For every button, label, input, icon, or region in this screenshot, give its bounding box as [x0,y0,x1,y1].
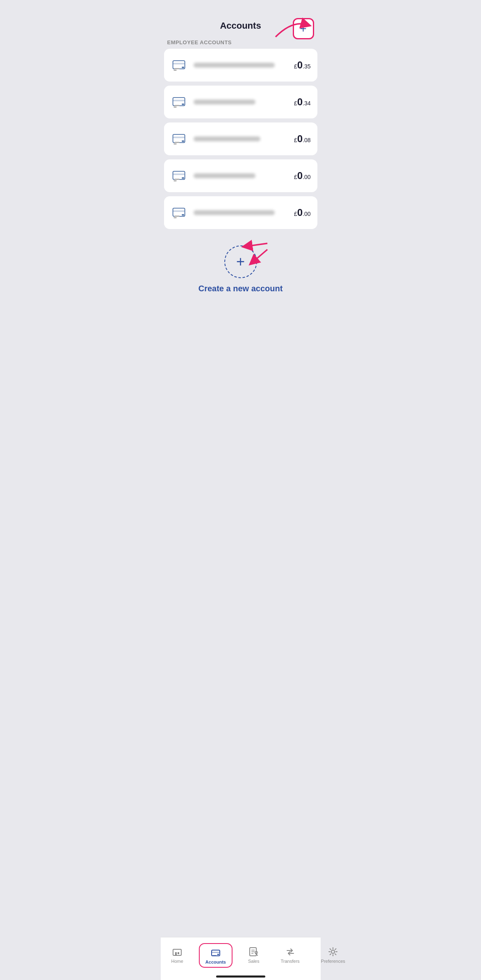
svg-rect-3 [182,67,184,68]
nav-item-preferences-inner: Preferences [315,943,321,966]
svg-rect-5 [173,70,176,71]
svg-rect-8 [182,104,184,105]
transfers-icon [285,946,296,957]
home-indicator [216,975,265,978]
nav-item-transfers[interactable]: Transfers [270,941,310,970]
account-balance-4: £0.00 [294,170,311,181]
account-info-3 [194,136,289,141]
bottom-nav: Home Accounts Sales [161,937,321,980]
header: Accounts + [161,0,321,34]
account-balance-1: £0.35 [294,59,311,71]
wallet-icon-2 [171,93,189,111]
svg-rect-12 [173,137,185,138]
nav-label-transfers: Transfers [281,959,300,964]
account-info-4 [194,173,289,178]
account-balance-5: £0.00 [294,207,311,218]
svg-rect-30 [178,952,179,954]
account-card-5[interactable]: £0.00 [164,196,317,229]
svg-rect-10 [173,107,176,108]
svg-rect-32 [212,952,220,953]
nav-item-sales[interactable]: Sales [237,941,270,970]
wallet-icon-4 [171,167,189,185]
svg-rect-13 [182,141,184,142]
svg-rect-14 [174,142,180,143]
account-balance-3: £0.08 [294,133,311,145]
account-name-blurred-3 [194,136,260,141]
nav-item-home[interactable]: Home [161,941,194,970]
account-name-blurred-5 [194,210,275,215]
svg-rect-25 [173,217,176,218]
nav-item-preferences[interactable]: Preferences [310,941,321,970]
svg-rect-29 [175,952,177,955]
svg-rect-9 [174,105,180,106]
account-info-2 [194,100,289,104]
home-icon [172,946,182,957]
svg-rect-34 [212,955,216,956]
account-info-1 [194,63,289,68]
svg-rect-20 [173,180,176,181]
arrow-annotation-circle [200,229,282,266]
nav-item-accounts[interactable]: Accounts [194,941,237,970]
nav-item-accounts-inner: Accounts [199,943,233,968]
account-card-2[interactable]: £0.34 [164,86,317,118]
svg-rect-2 [173,63,185,65]
nav-label-accounts: Accounts [205,960,226,964]
account-name-blurred-4 [194,173,256,178]
accounts-list: £0.35 £0.34 [161,49,321,229]
account-info-5 [194,210,289,215]
account-name-blurred-1 [194,63,275,68]
svg-rect-18 [182,177,184,179]
create-account-area: + Create a new account [161,229,321,302]
svg-rect-4 [174,68,180,69]
account-card-3[interactable]: £0.08 [164,122,317,155]
account-card-1[interactable]: £0.35 [164,49,317,82]
svg-rect-28 [173,949,181,955]
nav-item-sales-inner: Sales [242,943,265,966]
nav-item-transfers-inner: Transfers [275,943,305,966]
wallet-icon-3 [171,130,189,148]
svg-rect-7 [173,100,185,102]
account-name-blurred-2 [194,100,256,104]
sales-icon [248,946,259,957]
svg-rect-33 [217,954,219,955]
svg-rect-15 [173,143,176,145]
svg-rect-19 [174,179,180,180]
arrow-annotation-top [267,8,321,41]
balance-prefix-1: £ [294,63,297,70]
svg-rect-22 [173,211,185,212]
page-title: Accounts [220,20,261,31]
svg-rect-23 [182,214,184,216]
nav-label-sales: Sales [248,959,260,964]
account-balance-2: £0.34 [294,96,311,108]
wallet-icon-5 [171,204,189,222]
nav-item-home-inner: Home [166,943,189,966]
nav-label-home: Home [171,959,183,964]
create-account-label: Create a new account [198,284,283,293]
account-card-4[interactable]: £0.00 [164,159,317,192]
svg-rect-24 [174,216,180,217]
accounts-nav-icon [210,947,221,958]
wallet-icon-1 [171,56,189,74]
svg-rect-17 [173,174,185,175]
